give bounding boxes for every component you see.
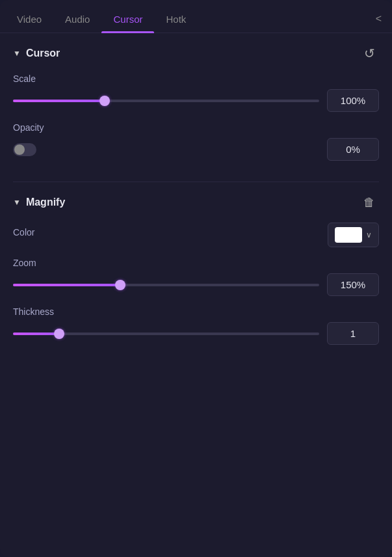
color-label: Color (13, 227, 34, 238)
magnify-chevron-icon: ▼ (13, 198, 21, 207)
thickness-value-box[interactable]: 1 (327, 322, 379, 345)
thickness-label: Thickness (13, 306, 379, 317)
magnify-section-header: ▼ Magnify 🗑 (13, 193, 379, 212)
scale-slider-fill (13, 100, 105, 102)
zoom-slider-fill (13, 284, 120, 286)
zoom-control-row: 150% (13, 273, 379, 296)
settings-content: ▼ Cursor ↺ Scale 100% (0, 33, 392, 557)
scale-control-row: 100% (13, 89, 379, 112)
cursor-section: ▼ Cursor ↺ Scale 100% (0, 33, 392, 182)
opacity-toggle-knob (14, 144, 25, 155)
opacity-label: Opacity (13, 122, 379, 133)
tab-bar: Video Audio Cursor Hotk < (0, 0, 392, 33)
color-control-row: Color ∨ (13, 223, 379, 247)
zoom-slider[interactable] (13, 278, 319, 292)
opacity-toggle-container (13, 143, 36, 156)
color-picker-button[interactable]: ∨ (328, 223, 379, 247)
magnify-delete-button[interactable]: 🗑 (359, 193, 379, 212)
opacity-value-box[interactable]: 0% (327, 138, 379, 161)
thickness-slider[interactable] (13, 327, 319, 340)
cursor-reset-button[interactable]: ↺ (359, 44, 379, 63)
thickness-control-row: 1 (13, 322, 379, 345)
scale-value-box[interactable]: 100% (327, 89, 379, 112)
zoom-value-box[interactable]: 150% (327, 273, 379, 296)
thickness-control: Thickness 1 (13, 306, 379, 345)
tab-video[interactable]: Video (5, 6, 53, 33)
opacity-control-row: 0% (13, 138, 379, 161)
zoom-control: Zoom 150% (13, 258, 379, 296)
app-window: Video Audio Cursor Hotk < ▼ Cursor ↺ Sca… (0, 0, 392, 557)
opacity-toggle[interactable] (13, 143, 36, 156)
thickness-slider-thumb[interactable] (54, 329, 64, 339)
tab-cursor[interactable]: Cursor (101, 6, 154, 33)
cursor-section-header: ▼ Cursor ↺ (13, 44, 379, 63)
color-swatch (335, 227, 362, 243)
tab-hotkeys[interactable]: Hotk (154, 6, 198, 33)
zoom-label: Zoom (13, 258, 379, 268)
magnify-section: ▼ Magnify 🗑 Color ∨ Zoom (0, 182, 392, 366)
tab-audio[interactable]: Audio (53, 6, 101, 33)
color-chevron-icon: ∨ (366, 230, 372, 239)
color-control: Color ∨ (13, 223, 379, 247)
zoom-slider-thumb[interactable] (115, 280, 125, 290)
magnify-section-title: Magnify (26, 197, 65, 208)
cursor-section-title: Cursor (26, 48, 60, 59)
scale-slider-thumb[interactable] (99, 96, 110, 106)
opacity-control: Opacity 0% (13, 122, 379, 161)
thickness-slider-fill (13, 333, 59, 335)
reset-icon: ↺ (364, 46, 375, 61)
magnify-section-toggle[interactable]: ▼ Magnify (13, 197, 65, 208)
scale-label: Scale (13, 74, 379, 84)
scale-slider[interactable] (13, 94, 319, 107)
cursor-section-toggle[interactable]: ▼ Cursor (13, 48, 60, 59)
tab-scroll-right[interactable]: < (371, 5, 387, 33)
cursor-chevron-icon: ▼ (13, 49, 21, 58)
scale-control: Scale 100% (13, 74, 379, 112)
trash-icon: 🗑 (363, 196, 375, 210)
